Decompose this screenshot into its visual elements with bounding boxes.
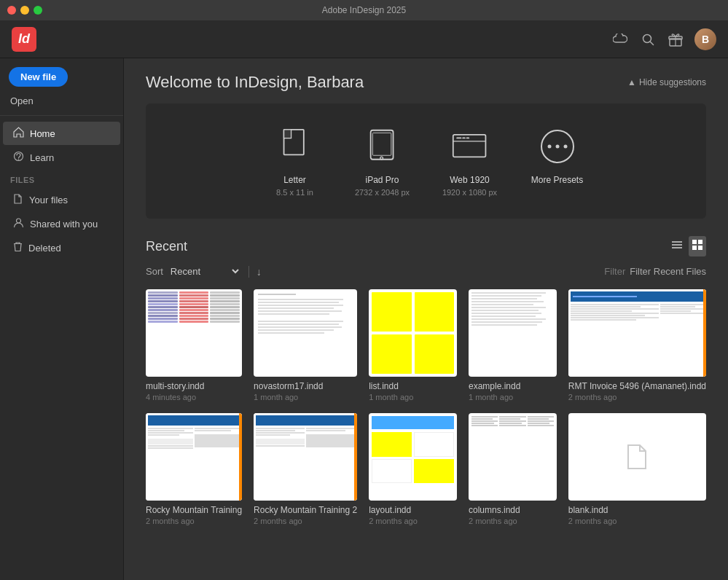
grid-view-button[interactable] — [689, 236, 706, 256]
app-logo[interactable]: Id — [12, 27, 36, 52]
welcome-header: Welcome to InDesign, Barbara ▲ Hide sugg… — [146, 73, 706, 92]
sort-label: Sort — [146, 266, 163, 277]
sidebar-item-deleted[interactable]: Deleted — [3, 236, 120, 259]
welcome-title: Welcome to InDesign, Barbara — [146, 73, 364, 92]
maximize-button[interactable] — [34, 6, 42, 15]
main-layout: New file Open Home Learn FILES — [0, 58, 728, 580]
hide-suggestions-label: Hide suggestions — [639, 77, 706, 87]
preset-ipad-sub: 2732 x 2048 px — [355, 188, 410, 197]
file-name-example: example.indd — [469, 381, 557, 391]
file-card-yellow-layout[interactable]: layout.indd 2 months ago — [369, 413, 457, 525]
letter-icon — [274, 125, 316, 168]
svg-rect-10 — [370, 130, 393, 160]
file-name-blank: blank.indd — [568, 505, 706, 515]
file-card-multi-story[interactable]: multi-story.indd 4 minutes ago — [146, 289, 242, 401]
file-card-rocky2[interactable]: Rocky Mountain Training 2 2 months ago — [254, 413, 357, 525]
file-card-blank[interactable]: blank.indd 2 months ago — [568, 413, 706, 525]
file-name-novastorm: novastorm17.indd — [254, 381, 357, 391]
preset-ipad-label: iPad Pro — [365, 175, 399, 185]
file-card-rmt[interactable]: RMT Invoice 5496 (Amananet).indd 2 month… — [568, 289, 706, 401]
svg-point-5 — [18, 159, 20, 160]
svg-point-20 — [555, 145, 559, 149]
avatar[interactable]: B — [694, 28, 716, 50]
file-thumbnail-rocky2 — [254, 413, 357, 501]
sidebar-home-label: Home — [30, 128, 55, 139]
content-area: Welcome to InDesign, Barbara ▲ Hide sugg… — [124, 58, 728, 580]
file-name-yellow-layout: layout.indd — [369, 505, 457, 515]
file-date-rocky1: 2 months ago — [146, 517, 242, 525]
sort-arrow-icon[interactable]: ↓ — [257, 266, 262, 278]
svg-line-1 — [651, 42, 654, 44]
svg-point-12 — [380, 157, 383, 160]
close-button[interactable] — [7, 6, 16, 15]
open-button[interactable]: Open — [0, 93, 123, 109]
preset-letter-sub: 8.5 x 11 in — [276, 188, 313, 197]
file-card-list[interactable]: list.indd 1 month ago — [369, 289, 457, 401]
sidebar-learn-label: Learn — [30, 152, 54, 163]
titlebar: Adobe InDesign 2025 — [0, 0, 728, 20]
more-presets-icon — [536, 125, 579, 168]
file-card-rocky1[interactable]: Rocky Mountain Training 2 months ago — [146, 413, 242, 525]
new-file-button[interactable]: New file — [9, 67, 68, 87]
preset-letter[interactable]: Letter 8.5 x 11 in — [266, 125, 324, 197]
web-icon — [449, 125, 491, 168]
filter-recent-button[interactable]: Filter Recent Files — [630, 266, 706, 277]
file-date-yellow-layout: 2 months ago — [369, 517, 457, 525]
preset-more[interactable]: More Presets — [528, 125, 587, 197]
sort-select[interactable]: Recent Name Date modified — [168, 265, 241, 278]
your-files-icon — [13, 193, 23, 206]
file-card-columns[interactable]: columns.indd 2 months ago — [469, 413, 557, 525]
sort-area: Sort Recent Name Date modified ↓ — [146, 265, 262, 278]
svg-rect-22 — [672, 241, 682, 243]
preset-letter-label: Letter — [283, 175, 306, 185]
svg-rect-24 — [672, 247, 682, 248]
file-name-multi-story: multi-story.indd — [146, 381, 242, 391]
file-name-rocky1: Rocky Mountain Training — [146, 505, 242, 515]
svg-rect-25 — [692, 240, 697, 244]
sidebar-item-shared[interactable]: Shared with you — [3, 212, 120, 235]
file-date-multi-story: 4 minutes ago — [146, 393, 242, 401]
svg-rect-26 — [698, 240, 702, 244]
file-thumbnail-list — [369, 289, 457, 377]
file-card-example[interactable]: example.indd 1 month ago — [469, 289, 557, 401]
gift-icon[interactable] — [667, 31, 684, 48]
sidebar-deleted-label: Deleted — [28, 243, 61, 254]
svg-rect-9 — [283, 130, 291, 138]
preset-ipad-pro[interactable]: iPad Pro 2732 x 2048 px — [353, 125, 412, 197]
cloud-icon[interactable] — [611, 31, 629, 48]
sidebar-new-file-area: New file — [9, 67, 114, 87]
file-name-rmt: RMT Invoice 5496 (Amananet).indd — [568, 381, 706, 391]
preset-more-label: More Presets — [531, 175, 583, 185]
file-thumbnail-example — [469, 289, 557, 377]
file-date-rocky2: 2 months ago — [254, 517, 357, 525]
svg-point-21 — [563, 145, 567, 149]
file-thumbnail-rmt — [568, 289, 706, 377]
preset-web-1920[interactable]: Web 1920 1920 x 1080 px — [441, 125, 499, 197]
sidebar-divider-1 — [0, 115, 123, 116]
shared-icon — [13, 217, 24, 230]
file-name-rocky2: Rocky Mountain Training 2 — [254, 505, 357, 515]
file-name-list: list.indd — [369, 381, 457, 391]
sidebar-item-your-files[interactable]: Your files — [3, 188, 120, 211]
preset-web-label: Web 1920 — [450, 175, 490, 185]
minimize-button[interactable] — [20, 6, 29, 15]
sidebar-item-home[interactable]: Home — [3, 122, 120, 145]
preset-web-sub: 1920 x 1080 px — [442, 188, 497, 197]
sidebar-item-learn[interactable]: Learn — [3, 146, 120, 169]
file-card-novastorm[interactable]: novastorm17.indd 1 month ago — [254, 289, 357, 401]
sidebar-your-files-label: Your files — [29, 195, 68, 205]
search-icon[interactable] — [639, 31, 657, 48]
list-view-button[interactable] — [668, 236, 686, 256]
hide-suggestions-button[interactable]: ▲ Hide suggestions — [627, 77, 706, 87]
home-icon — [13, 127, 24, 140]
filter-row: Sort Recent Name Date modified ↓ Filter … — [146, 265, 706, 278]
file-date-columns: 2 months ago — [469, 517, 557, 525]
deleted-icon — [13, 241, 23, 254]
presets-area: Letter 8.5 x 11 in iPad Pro 2732 x 2048 … — [146, 103, 706, 219]
ipad-icon — [361, 125, 404, 168]
files-section-label: FILES — [0, 170, 123, 187]
topnav: Id B — [0, 20, 728, 58]
file-date-list: 1 month ago — [369, 393, 457, 401]
svg-rect-27 — [692, 246, 697, 250]
svg-rect-11 — [372, 133, 391, 155]
